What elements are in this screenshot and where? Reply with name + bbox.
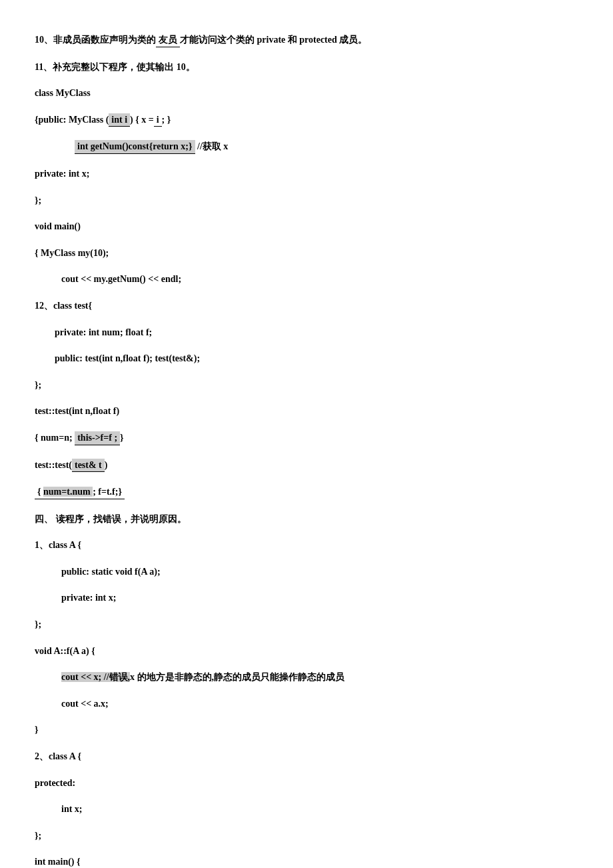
q12-l7a: test::test(: [35, 460, 72, 470]
q12-l2: private: int num; float f;: [35, 326, 578, 339]
s4q1-l8: }: [35, 723, 578, 737]
q12-blank-thisf: this->f=f ;: [75, 431, 120, 445]
q10-blank: 友员: [156, 33, 180, 47]
q11-l2e: ; }: [162, 115, 171, 125]
s4q1-l1: 1、class A {: [35, 539, 578, 552]
s4q2-l1: 2、class A {: [35, 750, 578, 763]
s4q2-l2: protected:: [35, 777, 578, 790]
s4q2-l3: int x;: [35, 803, 578, 816]
q12-l8a: {: [37, 487, 43, 497]
q12-l8: { num=t.num ; f=t.f;}: [35, 485, 578, 499]
question-10: 10、非成员函数应声明为类的 友员 才能访问这个类的 private 和 pro…: [35, 33, 578, 47]
q11-l2c: ) { x =: [130, 115, 154, 125]
q12-l8-lead: { num=t.num ; f=t.f;}: [35, 485, 125, 499]
s4q2-l4: };: [35, 829, 578, 843]
q11-blank-assign: i: [154, 113, 162, 127]
q11-l1: class MyClass: [35, 87, 578, 100]
sec4-title: 四、 读程序，找错误，并说明原因。: [35, 513, 578, 526]
s4q1-l4: };: [35, 618, 578, 631]
q11-l3b: //获取 x: [195, 141, 229, 151]
q11-blank-getnum: int getNum()const{return x;}: [75, 140, 195, 154]
q11-blank-param: int i: [109, 113, 130, 127]
s4q1-error-highlight: cout << x; //错误,: [61, 672, 130, 682]
q10-suffix: 才能访问这个类的 private 和 protected 成员。: [180, 35, 367, 45]
q11-l6: void main(): [35, 220, 578, 233]
q12-blank-copyparam: test& t: [72, 459, 105, 473]
q11-l4: private: int x;: [35, 167, 578, 181]
s4q1-error-reason: x 的地方是非静态的,静态的成员只能操作静态的成员: [130, 672, 344, 682]
s4q1-l5: void A::f(A a) {: [35, 645, 578, 658]
s4q1-l7: cout << a.x;: [35, 697, 578, 711]
q11-title: 11、补充完整以下程序，使其输出 10。: [35, 61, 578, 74]
q10-prefix: 10、非成员函数应声明为类的: [35, 35, 156, 45]
q11-l3: int getNum()const{return x;} //获取 x: [35, 140, 578, 154]
q11-l7: { MyClass my(10);: [35, 247, 578, 260]
q12-l1: 12、class test{: [35, 299, 578, 313]
q12-l7c: ): [105, 460, 108, 470]
s4q1-l6: cout << x; //错误,x 的地方是非静态的,静态的成员只能操作静态的成…: [35, 671, 578, 684]
q12-l7: test::test( test& t ): [35, 459, 578, 473]
s4q1-l2: public: static void f(A a);: [35, 565, 578, 579]
q11-l8: cout << my.getNum() << endl;: [35, 273, 578, 286]
s4q1-l3: private: int x;: [35, 591, 578, 605]
q12-l6: { num=n; this->f=f ;}: [35, 431, 578, 445]
q12-l6a: { num=n;: [35, 433, 75, 443]
s4q2-l5: int main() {: [35, 855, 578, 868]
q12-blank-numassign: num=t.num: [43, 487, 93, 497]
q11-l2: {public: MyClass ( int i ) { x = i ; }: [35, 113, 578, 127]
q12-l3: public: test(int n,float f); test(test&)…: [35, 352, 578, 365]
q12-l4: };: [35, 379, 578, 392]
q11-l2a: {public: MyClass (: [35, 115, 109, 125]
q12-l8c: ; f=t.f;}: [93, 487, 122, 497]
q11-l5: };: [35, 194, 578, 207]
q12-l5: test::test(int n,float f): [35, 405, 578, 418]
q12-l6c: }: [120, 433, 124, 443]
